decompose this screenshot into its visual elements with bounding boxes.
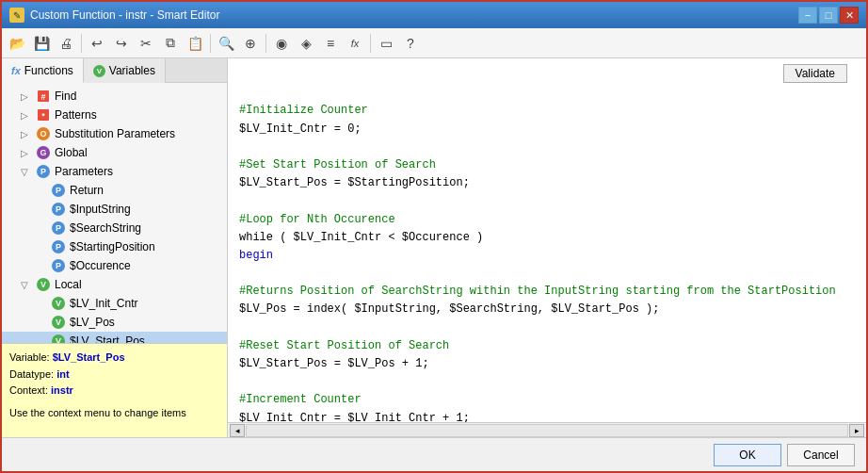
settings2-button[interactable]: ◈ (295, 32, 317, 55)
local-label: Local (55, 278, 82, 291)
cut-button[interactable]: ✂ (135, 32, 157, 55)
tree-item-startingposition[interactable]: P $StartingPosition (2, 237, 227, 256)
datatype-info: Datatype: int (9, 367, 219, 383)
help-button[interactable]: ? (399, 32, 422, 55)
scroll-right-button[interactable]: ▸ (849, 424, 864, 437)
searchstring-label: $SearchString (70, 221, 141, 235)
cancel-button[interactable]: Cancel (787, 444, 855, 466)
ok-button[interactable]: OK (714, 444, 781, 466)
variables-tab-label: Variables (109, 64, 155, 77)
find-expand-icon: ▷ (17, 89, 32, 104)
tree-item-inputstring[interactable]: P $InputString (2, 200, 227, 219)
main-content: fx Functions V Variables ▷ # Find (2, 58, 866, 437)
tree-item-parameters[interactable]: ▽ P Parameters (2, 162, 227, 181)
horizontal-scrollbar[interactable]: ◂ ▸ (228, 422, 866, 437)
frame-button[interactable]: ▭ (375, 32, 397, 55)
code-line-5: $LV_Start_Pos = $StartingPosition; (239, 176, 470, 189)
global-label: Global (55, 146, 88, 159)
code-line-2: $LV_Init_Cntr = 0; (239, 122, 362, 136)
inputstring-label: $InputString (70, 203, 131, 216)
function-button[interactable]: fx (344, 32, 366, 55)
tree-item-searchstring[interactable]: P $SearchString (2, 219, 227, 237)
patterns-label: Patterns (55, 108, 97, 122)
code-line-17: #Increment Counter (239, 393, 362, 406)
return-node-icon: P (51, 183, 66, 198)
code-line-4: #Set Start Position of Search (239, 158, 436, 171)
minimize-button[interactable]: − (798, 7, 817, 24)
redo-button[interactable]: ↪ (110, 32, 133, 55)
print-button[interactable]: 🖨 (55, 32, 77, 55)
list-button[interactable]: ≡ (319, 32, 342, 55)
tree-item-lv-start-pos[interactable]: V $LV_Start_Pos (2, 332, 227, 343)
toolbar-separator-4 (370, 34, 371, 53)
code-line-1: #Initialize Counter (239, 104, 368, 117)
tree-item-global[interactable]: ▷ G Global (2, 143, 227, 162)
startingposition-expand-icon (32, 239, 47, 254)
patterns-node-icon: * (36, 107, 51, 122)
lv-pos-expand-icon (32, 315, 47, 330)
tree-item-find[interactable]: ▷ # Find (2, 87, 227, 106)
return-label: Return (70, 184, 104, 197)
settings1-button[interactable]: ◉ (270, 32, 293, 55)
variable-label: Variable: (9, 351, 50, 363)
maximize-button[interactable]: □ (819, 7, 838, 24)
code-line-14: #Reset Start Position of Search (239, 339, 449, 352)
searchstring-node-icon: P (51, 220, 66, 236)
tree-item-return[interactable]: P Return (2, 181, 227, 200)
context-info: Context: instr (9, 383, 219, 400)
toolbar: 📂 💾 🖨 ↩ ↪ ✂ ⧉ 📋 🔍 ⊕ ◉ ◈ ≡ fx ▭ ? (2, 28, 866, 58)
code-line-7: #Loop for Nth Occurence (239, 213, 395, 226)
svg-text:*: * (41, 111, 45, 121)
return-expand-icon (32, 183, 47, 198)
right-panel: Validate #Initialize Counter $LV_Init_Cn… (228, 58, 866, 437)
startingposition-label: $StartingPosition (70, 240, 155, 253)
tree-container[interactable]: ▷ # Find ▷ * Patterns ▷ O (2, 83, 227, 343)
local-node-icon: V (36, 277, 51, 292)
close-button[interactable]: ✕ (840, 7, 859, 24)
expand-button[interactable]: ⊕ (239, 32, 262, 55)
occurence-label: $Occurence (70, 259, 131, 272)
undo-button[interactable]: ↩ (86, 32, 108, 55)
lv-pos-node-icon: V (51, 315, 66, 330)
global-node-icon: G (36, 145, 51, 160)
title-bar-controls: − □ ✕ (798, 7, 859, 24)
tree-item-local[interactable]: ▽ V Local (2, 275, 227, 294)
lv-start-pos-expand-icon (32, 334, 47, 343)
scroll-left-button[interactable]: ◂ (230, 424, 245, 437)
svg-text:#: # (40, 92, 45, 102)
tab-variables[interactable]: V Variables (84, 58, 166, 83)
substitution-label: Substitution Parameters (55, 127, 175, 140)
window-icon: ✎ (9, 8, 24, 23)
global-expand-icon: ▷ (17, 145, 32, 160)
tree-item-substitution[interactable]: ▷ O Substitution Parameters (2, 124, 227, 143)
code-line-12: $LV_Pos = index( $InputString, $SearchSt… (239, 302, 659, 316)
code-editor[interactable]: Validate #Initialize Counter $LV_Init_Cn… (228, 58, 866, 422)
window-title: Custom Function - instr - Smart Editor (30, 8, 219, 22)
inputstring-expand-icon (32, 202, 47, 217)
find-button[interactable]: 🔍 (215, 32, 237, 55)
copy-button[interactable]: ⧉ (159, 32, 182, 55)
variable-value: $LV_Start_Pos (53, 351, 125, 363)
code-line-8: while ( $LV_Init_Cntr < $Occurence ) (239, 231, 483, 244)
hint-label: Use the context menu to change items (9, 407, 186, 418)
searchstring-expand-icon (32, 220, 47, 236)
validate-button[interactable]: Validate (783, 64, 847, 83)
lv-start-pos-label: $LV_Start_Pos (70, 334, 145, 343)
lv-pos-label: $LV_Pos (70, 316, 115, 329)
tree-item-lv-init-cntr[interactable]: V $LV_Init_Cntr (2, 294, 227, 313)
code-line-18: $LV_Init_Cntr = $LV_Init_Cntr + 1; (239, 412, 470, 422)
tree-item-lv-pos[interactable]: V $LV_Pos (2, 313, 227, 332)
paste-button[interactable]: 📋 (184, 32, 206, 55)
variables-tab-icon: V (93, 65, 105, 77)
tree-item-patterns[interactable]: ▷ * Patterns (2, 106, 227, 124)
save-button[interactable]: 💾 (30, 32, 53, 55)
patterns-expand-icon: ▷ (17, 107, 32, 122)
tab-functions[interactable]: fx Functions (2, 58, 84, 83)
tree-item-occurence[interactable]: P $Occurence (2, 256, 227, 275)
open-button[interactable]: 📂 (6, 32, 28, 55)
parameters-label: Parameters (55, 165, 113, 178)
find-node-icon: # (36, 89, 51, 104)
datatype-label: Datatype: (9, 368, 54, 380)
inputstring-node-icon: P (51, 202, 66, 217)
scroll-track[interactable] (246, 424, 848, 437)
